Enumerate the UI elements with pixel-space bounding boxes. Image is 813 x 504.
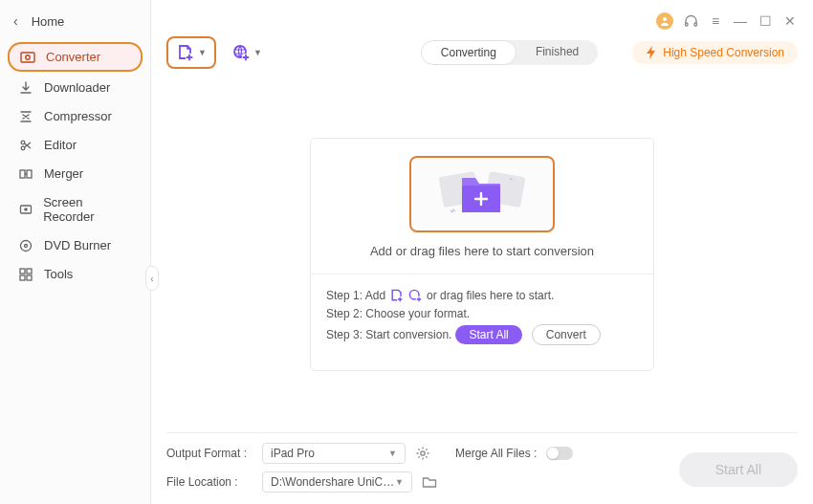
chevron-down-icon: ▼: [395, 477, 404, 487]
gear-icon[interactable]: [415, 446, 430, 461]
maximize-icon[interactable]: ☐: [758, 13, 773, 29]
menu-icon[interactable]: ≡: [708, 13, 723, 29]
sidebar-item-dvd-burner[interactable]: DVD Burner: [8, 232, 143, 258]
sidebar-item-downloader[interactable]: Downloader: [8, 75, 143, 100]
tab-finished[interactable]: Finished: [516, 40, 598, 65]
output-format-label: Output Format :: [166, 447, 253, 460]
folder-plus-icon: [429, 164, 535, 224]
svg-rect-16: [694, 23, 697, 26]
grid-icon: [17, 268, 34, 281]
drop-text: Add or drag files here to start conversi…: [370, 244, 594, 258]
back-icon[interactable]: ‹: [13, 13, 18, 29]
output-format-select[interactable]: iPad Pro ▼: [262, 443, 406, 464]
sidebar-item-editor[interactable]: Editor: [8, 132, 143, 158]
chevron-down-icon: ▼: [388, 449, 397, 458]
sidebar-item-tools[interactable]: Tools: [8, 261, 143, 287]
add-file-icon: [176, 43, 195, 62]
recorder-icon: [17, 203, 33, 216]
merge-label: Merge All Files :: [455, 447, 537, 460]
svg-rect-12: [20, 275, 25, 280]
bolt-icon: [646, 46, 657, 59]
chevron-down-icon: ▼: [198, 48, 207, 57]
sidebar-item-compressor[interactable]: Compressor: [8, 103, 143, 129]
svg-point-1: [26, 55, 30, 58]
center-area: Add or drag files here to start conversi…: [166, 80, 798, 432]
close-icon[interactable]: ✕: [782, 13, 798, 29]
sidebar-item-label: DVD Burner: [44, 238, 111, 252]
svg-rect-5: [27, 170, 32, 178]
sidebar-item-screen-recorder[interactable]: Screen Recorder: [8, 189, 143, 230]
step-2: Step 2: Choose your format.: [326, 307, 638, 320]
scissors-icon: [17, 139, 34, 152]
download-icon: [17, 81, 34, 95]
svg-point-9: [25, 244, 28, 247]
folder-icon[interactable]: [422, 475, 437, 489]
converter-icon: [19, 51, 36, 64]
home-label[interactable]: Home: [32, 14, 65, 29]
drop-card: Add or drag files here to start conversi…: [310, 138, 654, 371]
footer: Output Format : iPad Pro ▼ Merge All Fil…: [166, 432, 798, 493]
svg-point-7: [24, 208, 28, 211]
high-speed-button[interactable]: High Speed Conversion: [632, 41, 798, 64]
svg-rect-11: [27, 269, 32, 274]
sidebar-item-label: Compressor: [44, 109, 112, 123]
home-row: ‹ Home: [0, 8, 150, 38]
add-url-button[interactable]: ▼: [224, 38, 270, 67]
high-speed-label: High Speed Conversion: [663, 46, 784, 59]
svg-point-8: [21, 240, 32, 251]
sidebar-item-label: Downloader: [44, 80, 110, 95]
svg-rect-0: [21, 53, 34, 62]
add-file-button[interactable]: ▼: [166, 36, 216, 69]
convert-pill-button[interactable]: Convert: [532, 324, 601, 345]
svg-point-3: [21, 146, 25, 150]
add-file-icon: [389, 288, 405, 303]
window-controls: ≡ — ☐ ✕: [166, 10, 798, 33]
tab-converting[interactable]: Converting: [421, 40, 516, 65]
toolbar: ▼ ▼ Converting Finished High Speed Conve…: [166, 36, 798, 69]
svg-rect-4: [20, 170, 25, 178]
tabs: Converting Finished: [421, 40, 598, 65]
main-panel: ≡ — ☐ ✕ ▼ ▼ Converting Finished High Spe…: [151, 0, 813, 504]
drop-zone[interactable]: [409, 156, 555, 232]
svg-point-26: [421, 451, 425, 455]
svg-point-14: [663, 17, 667, 21]
headset-icon[interactable]: [683, 13, 698, 29]
minimize-icon[interactable]: —: [733, 13, 748, 29]
start-all-button[interactable]: Start All: [679, 452, 798, 487]
svg-point-2: [21, 141, 25, 144]
svg-rect-10: [20, 269, 25, 274]
chevron-down-icon: ▼: [253, 48, 262, 57]
sidebar-item-converter[interactable]: Converter: [8, 42, 143, 72]
sidebar-item-label: Merger: [44, 166, 83, 181]
sidebar-item-label: Tools: [44, 267, 73, 281]
step-3: Step 3: Start conversion. Start All Conv…: [326, 324, 638, 345]
step-1: Step 1: Add or drag files here to start.: [326, 288, 638, 303]
compressor-icon: [17, 110, 34, 123]
file-location-label: File Location :: [166, 475, 253, 489]
add-url-icon: [231, 43, 251, 62]
svg-rect-15: [685, 23, 688, 26]
avatar-icon[interactable]: [656, 12, 673, 30]
merger-icon: [17, 167, 34, 181]
sidebar-item-label: Editor: [44, 138, 77, 152]
sidebar: ‹ Home Converter Downloader Compressor E…: [0, 0, 151, 504]
merge-toggle[interactable]: [546, 447, 573, 460]
sidebar-item-label: Converter: [46, 50, 100, 64]
sidebar-item-merger[interactable]: Merger: [8, 161, 143, 186]
file-location-select[interactable]: D:\Wondershare UniConverter 1 ▼: [262, 471, 412, 493]
svg-rect-13: [27, 275, 32, 280]
sidebar-item-label: Screen Recorder: [43, 195, 133, 224]
disc-icon: [17, 239, 34, 252]
divider: [311, 274, 653, 274]
start-all-pill-button[interactable]: Start All: [455, 325, 521, 344]
add-url-icon: [407, 288, 423, 303]
